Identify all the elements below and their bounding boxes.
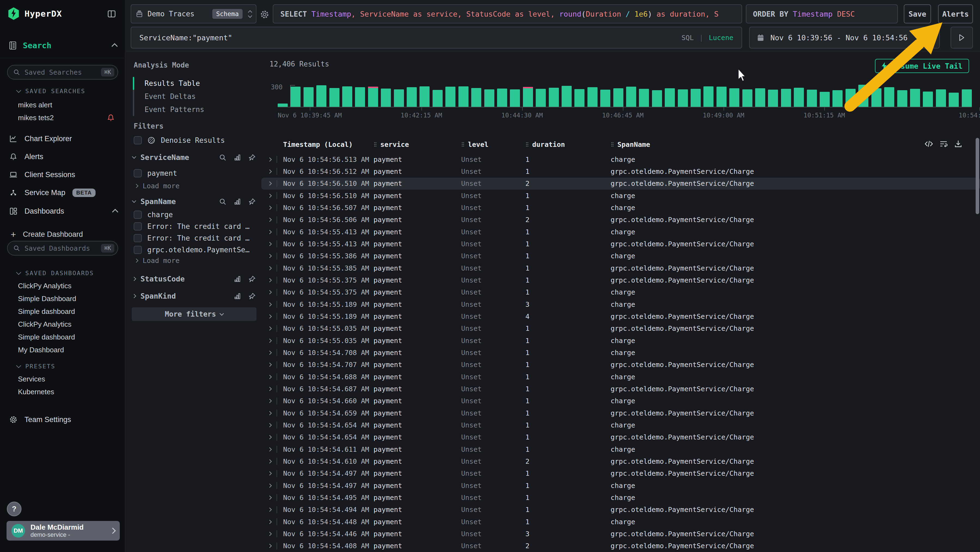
saved-searches-header[interactable]: SAVED SEARCHES [17, 88, 85, 94]
histogram-bar[interactable] [781, 89, 791, 107]
row-expand-chevron[interactable] [267, 375, 272, 379]
preset-item[interactable]: Services [18, 373, 119, 386]
row-expand-chevron[interactable] [267, 363, 272, 367]
table-row[interactable]: Nov 6 10:54:54.659 AM payment Unset 1 gr… [261, 407, 980, 419]
pin-icon[interactable] [248, 275, 256, 283]
filter-group-statuscode[interactable]: StatusCode [132, 274, 256, 283]
column-service[interactable]: service [374, 140, 461, 148]
histogram-bar[interactable] [536, 89, 546, 107]
bar-chart-icon[interactable] [234, 154, 241, 161]
histogram-bar[interactable] [562, 86, 572, 107]
table-row[interactable]: Nov 6 10:54:54.497 AM payment Unset 1 gr… [261, 467, 980, 480]
table-row[interactable]: Nov 6 10:54:54.495 AM payment Unset 1 ch… [261, 491, 980, 504]
bar-chart-icon[interactable] [234, 198, 241, 206]
sidebar-item-service-map[interactable]: Service Map BETA [9, 187, 117, 199]
row-expand-chevron[interactable] [267, 532, 272, 536]
histogram-bar[interactable] [858, 85, 869, 107]
table-row[interactable]: Nov 6 10:54:55.375 AM payment Unset 1 gr… [261, 274, 980, 286]
histogram-bar[interactable] [342, 86, 352, 107]
histogram-bar[interactable] [394, 89, 404, 107]
histogram-bar[interactable] [329, 88, 339, 107]
filter-value-row[interactable]: charge [134, 209, 256, 220]
table-row[interactable]: Nov 6 10:54:54.707 AM payment Unset 1 gr… [261, 359, 980, 371]
histogram-bar[interactable] [678, 89, 688, 107]
table-row[interactable]: Nov 6 10:54:55.386 AM payment Unset 1 ch… [261, 250, 980, 262]
histogram-bar[interactable] [613, 88, 624, 107]
table-row[interactable]: Nov 6 10:54:54.408 AM payment Unset 2 gr… [261, 540, 980, 552]
search-query-input[interactable]: ServiceName:"payment" SQL | Lucene [130, 27, 742, 48]
table-row[interactable]: Nov 6 10:54:54.688 AM payment Unset 1 ch… [261, 371, 980, 383]
table-row[interactable]: Nov 6 10:54:54.611 AM payment Unset 1 ch… [261, 443, 980, 455]
row-expand-chevron[interactable] [267, 169, 272, 174]
order-by-editor[interactable]: ORDER BY Timestamp DESC [746, 4, 898, 24]
row-expand-chevron[interactable] [267, 423, 272, 428]
histogram-bar[interactable] [574, 89, 584, 107]
row-expand-chevron[interactable] [267, 520, 272, 524]
table-row[interactable]: Nov 6 10:54:56.512 AM payment Unset 1 gr… [261, 165, 980, 177]
histogram-bar[interactable] [523, 87, 533, 107]
pin-icon[interactable] [248, 198, 256, 206]
row-expand-chevron[interactable] [267, 447, 272, 451]
row-expand-chevron[interactable] [267, 459, 272, 464]
saved-dashboard-item[interactable]: Simple dashboard [18, 331, 119, 343]
brand[interactable]: HyperDX [8, 7, 62, 20]
histogram-bar[interactable] [316, 85, 326, 107]
row-expand-chevron[interactable] [267, 411, 272, 415]
histogram-bar[interactable] [936, 89, 946, 107]
download-icon[interactable] [954, 139, 963, 148]
sidebar-item-team-settings[interactable]: Team Settings [9, 413, 117, 426]
load-more-spanname[interactable]: Load more [135, 257, 180, 265]
date-range-picker[interactable]: Nov 6 10:39:56 - Nov 6 10:54:56 [749, 27, 940, 48]
table-row[interactable]: Nov 6 10:54:55.413 AM payment Unset 1 ch… [261, 226, 980, 238]
table-row[interactable]: Nov 6 10:54:54.708 AM payment Unset 1 ch… [261, 346, 980, 359]
row-expand-chevron[interactable] [267, 399, 272, 403]
filter-group-spankind[interactable]: SpanKind [132, 292, 256, 300]
table-row[interactable]: Nov 6 10:54:55.189 AM payment Unset 4 gr… [261, 310, 980, 322]
histogram-bar[interactable] [716, 87, 727, 107]
histogram-bar[interactable] [820, 92, 830, 107]
histogram-bar[interactable] [484, 89, 494, 107]
saved-dashboard-item[interactable]: Simple dashboard [18, 305, 119, 318]
histogram-bar[interactable] [433, 90, 442, 107]
histogram-bar[interactable] [458, 86, 468, 107]
table-row[interactable]: Nov 6 10:54:56.513 AM payment Unset 1 ch… [261, 153, 980, 165]
checkbox[interactable] [134, 211, 142, 219]
pin-icon[interactable] [248, 292, 256, 300]
column-timestamp[interactable]: Timestamp (Local) [283, 140, 374, 148]
analysis-mode-option[interactable]: Event Deltas [145, 90, 204, 103]
query-settings-gear-icon[interactable] [260, 10, 269, 19]
help-button[interactable]: ? [7, 502, 22, 516]
run-query-button[interactable] [951, 27, 973, 48]
histogram-bar[interactable] [897, 90, 907, 107]
denoise-results-toggle[interactable]: Denoise Results [134, 136, 256, 144]
histogram-bar[interactable] [703, 86, 713, 107]
histogram-bar[interactable] [807, 89, 817, 107]
table-row[interactable]: Nov 6 10:54:55.375 AM payment Unset 1 ch… [261, 286, 980, 298]
row-expand-chevron[interactable] [267, 302, 272, 306]
row-expand-chevron[interactable] [267, 544, 272, 548]
histogram-bar[interactable] [471, 88, 481, 107]
presets-header[interactable]: PRESETS [17, 363, 55, 370]
more-filters-button[interactable]: More filters [132, 307, 256, 321]
save-button[interactable]: Save [904, 4, 931, 24]
histogram-bar[interactable] [665, 88, 675, 107]
checkbox[interactable] [134, 222, 142, 230]
filter-value-row[interactable]: grpc.oteldemo.PaymentSe… [134, 244, 256, 255]
analysis-mode-option[interactable]: Results Table [145, 77, 204, 90]
table-row[interactable]: Nov 6 10:54:54.610 AM payment Unset 2 gr… [261, 455, 980, 467]
histogram-bar[interactable] [639, 89, 649, 107]
row-expand-chevron[interactable] [267, 182, 272, 186]
table-row[interactable]: Nov 6 10:54:54.494 AM payment Unset 1 gr… [261, 504, 980, 516]
drag-handle-icon[interactable] [525, 142, 529, 147]
row-expand-chevron[interactable] [267, 326, 272, 331]
create-dashboard-button[interactable]: + Create Dashboard [9, 228, 117, 240]
bar-chart-icon[interactable] [234, 292, 241, 300]
histogram-bar[interactable] [355, 87, 365, 107]
histogram-bar[interactable] [587, 87, 598, 107]
bar-chart-icon[interactable] [234, 275, 241, 283]
histogram-bar[interactable] [832, 90, 843, 107]
drag-handle-icon[interactable] [611, 142, 614, 147]
histogram-bar[interactable] [910, 89, 920, 107]
sidebar-collapse-icon[interactable] [107, 9, 116, 19]
row-expand-chevron[interactable] [267, 387, 272, 391]
